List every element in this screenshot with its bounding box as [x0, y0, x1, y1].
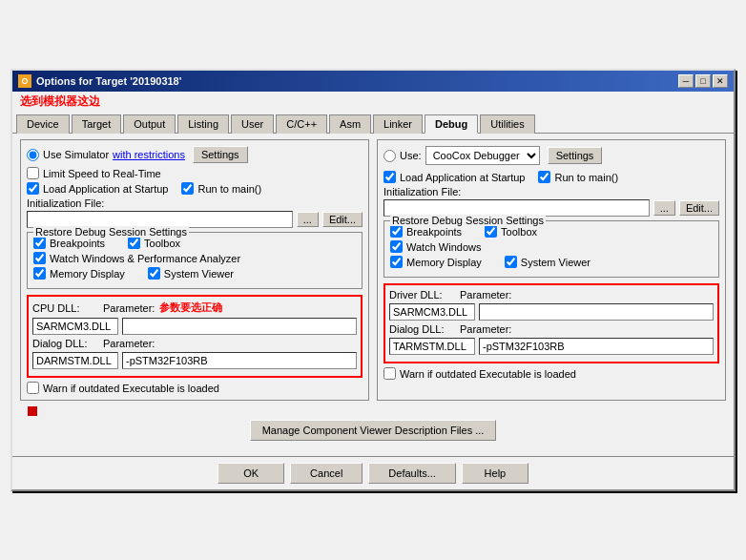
limit-speed-checkbox[interactable] — [27, 167, 39, 179]
dialog-dll-header-row-left: Dialog DLL: Parameter: — [32, 338, 357, 349]
memory-display-label-right: Memory Display — [406, 257, 482, 268]
memory-display-checkbox-right[interactable] — [390, 256, 403, 268]
warn-label-left: Warn if outdated Executable is loaded — [43, 383, 219, 394]
use-radio[interactable] — [383, 150, 396, 162]
dialog-dll-header-row-right: Dialog DLL: Parameter: — [389, 323, 714, 335]
tab-cpp[interactable]: C/C++ — [276, 114, 327, 134]
memory-display-checkbox-left[interactable] — [33, 267, 46, 280]
restore-settings-group-right: Restore Debug Session Settings Breakpoin… — [383, 220, 719, 278]
two-column-layout: Use Simulator with restrictions Settings… — [20, 139, 726, 401]
use-simulator-label: Use Simulator — [43, 149, 109, 160]
dll-section-left: CPU DLL: Parameter: 参数要选正确 Dialog DLL: P… — [27, 295, 363, 378]
run-to-main-checkbox-left[interactable] — [181, 182, 194, 195]
run-to-main-checkbox-right[interactable] — [538, 171, 550, 183]
load-app-row-right: Load Application at Startup Run to main(… — [383, 171, 719, 183]
dialog-param-input-right[interactable] — [479, 338, 714, 355]
title-bar-buttons: ─ □ ✕ — [678, 74, 728, 88]
breakpoints-checkbox-left[interactable] — [33, 237, 46, 249]
init-file-edit-left[interactable]: Edit... — [322, 212, 363, 227]
indicator-row — [20, 406, 726, 416]
tabs-bar: Device Target Output Listing User C/C++ … — [12, 114, 734, 134]
dialog-dll-input-right[interactable] — [389, 338, 475, 355]
defaults-button[interactable]: Defaults... — [368, 463, 456, 484]
driver-dll-input-row — [389, 303, 714, 321]
memory-display-row-left: Memory Display System Viewer — [33, 267, 356, 280]
tab-asm[interactable]: Asm — [329, 114, 371, 134]
right-settings-button[interactable]: Settings — [548, 147, 603, 164]
driver-dll-label: Driver DLL: — [389, 289, 456, 301]
driver-dll-input[interactable] — [389, 303, 475, 321]
driver-param-input[interactable] — [479, 303, 714, 321]
cpu-dll-label: CPU DLL: — [32, 302, 99, 314]
load-app-row: Load Application at Startup Run to main(… — [27, 182, 363, 195]
memory-display-label-left: Memory Display — [50, 268, 125, 280]
cpu-param-label: Parameter: — [103, 302, 155, 314]
warn-row-right: Warn if outdated Executable is loaded — [383, 367, 719, 380]
dialog-dll-input-row-right — [389, 338, 714, 355]
use-row: Use: CooCox Debugger Settings — [383, 146, 719, 165]
watch-windows-checkbox-left[interactable] — [33, 252, 46, 264]
dialog-param-input-left[interactable] — [122, 352, 357, 369]
debugger-select[interactable]: CooCox Debugger — [425, 146, 540, 165]
tab-device[interactable]: Device — [16, 114, 70, 134]
window-icon: O — [18, 74, 31, 88]
system-viewer-checkbox-right[interactable] — [505, 256, 517, 268]
load-app-checkbox-left[interactable] — [27, 182, 39, 195]
watch-windows-row-right: Watch Windows — [390, 240, 713, 253]
cpu-dll-input[interactable] — [32, 318, 118, 335]
cpu-param-input[interactable] — [122, 318, 357, 335]
watch-windows-label-right: Watch Windows — [406, 241, 481, 253]
cpu-dll-header-row: CPU DLL: Parameter: 参数要选正确 — [32, 301, 357, 315]
tab-utilities[interactable]: Utilities — [480, 114, 534, 134]
cancel-button[interactable]: Cancel — [290, 463, 363, 484]
limit-speed-label: Limit Speed to Real-Time — [43, 168, 161, 179]
watch-windows-label-left: Watch Windows & Performance Analyzer — [50, 253, 240, 264]
use-simulator-radio[interactable] — [27, 149, 39, 161]
right-column: Use: CooCox Debugger Settings Load Appli… — [377, 139, 726, 401]
tab-user[interactable]: User — [231, 114, 274, 134]
with-restrictions-link[interactable]: with restrictions — [113, 149, 185, 160]
dll-section-right: Driver DLL: Parameter: Dialog DLL: Param… — [383, 283, 719, 363]
chinese-annotation: 选到模拟器这边 — [12, 92, 734, 112]
dialog-param-label-right: Parameter: — [460, 323, 512, 335]
toolbox-checkbox-left[interactable] — [128, 237, 140, 249]
toolbox-label-right: Toolbox — [501, 226, 537, 238]
warn-label-right: Warn if outdated Executable is loaded — [400, 368, 576, 380]
warn-checkbox-left[interactable] — [27, 382, 39, 394]
init-file-browse-right[interactable]: ... — [653, 200, 675, 216]
breakpoints-checkbox-right[interactable] — [390, 225, 403, 238]
warn-checkbox-right[interactable] — [383, 367, 396, 380]
left-settings-button[interactable]: Settings — [193, 146, 248, 163]
dialog-dll-input-left[interactable] — [32, 352, 118, 369]
title-bar-left: O Options for Target '20190318' — [18, 74, 181, 88]
breakpoints-row-right: Breakpoints Toolbox — [390, 225, 713, 238]
watch-windows-checkbox-right[interactable] — [390, 240, 403, 253]
run-to-main-label-right: Run to main() — [554, 172, 618, 183]
tab-linker[interactable]: Linker — [373, 114, 423, 134]
close-button[interactable]: ✕ — [713, 74, 728, 88]
minimize-button[interactable]: ─ — [678, 74, 694, 88]
use-label: Use: — [400, 150, 422, 161]
cpu-dll-input-row — [32, 318, 357, 335]
maximize-button[interactable]: □ — [695, 74, 711, 88]
main-window: O Options for Target '20190318' ─ □ ✕ 选到… — [10, 69, 736, 491]
toolbox-label-left: Toolbox — [144, 238, 180, 249]
ok-button[interactable]: OK — [218, 463, 284, 484]
tab-listing[interactable]: Listing — [177, 114, 229, 134]
memory-display-row-right: Memory Display System Viewer — [390, 256, 713, 268]
tab-target[interactable]: Target — [72, 114, 122, 134]
dialog-param-label-left: Parameter: — [103, 338, 155, 349]
tab-debug[interactable]: Debug — [425, 114, 478, 134]
load-app-checkbox-right[interactable] — [383, 171, 396, 183]
restore-title-right: Restore Debug Session Settings — [390, 215, 546, 226]
init-file-edit-right[interactable]: Edit... — [679, 200, 719, 216]
tab-output[interactable]: Output — [123, 114, 176, 134]
system-viewer-checkbox-left[interactable] — [148, 267, 160, 280]
system-viewer-label-left: System Viewer — [164, 268, 234, 280]
help-button[interactable]: Help — [462, 463, 528, 484]
init-file-browse-left[interactable]: ... — [297, 212, 319, 227]
toolbox-checkbox-right[interactable] — [485, 225, 497, 238]
restore-title-left: Restore Debug Session Settings — [33, 226, 189, 238]
run-to-main-label-left: Run to main() — [197, 183, 261, 195]
manage-component-button[interactable]: Manage Component Viewer Description File… — [250, 420, 497, 441]
